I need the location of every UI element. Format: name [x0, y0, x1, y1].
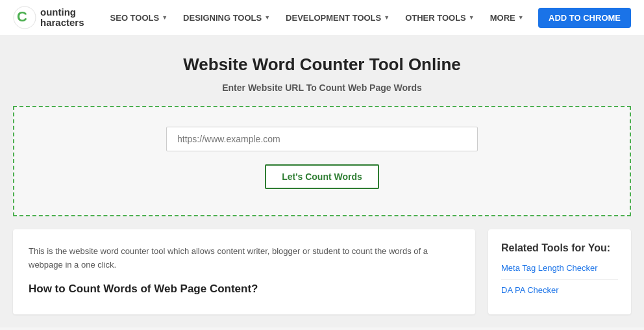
info-description: This is the website word counter tool wh…: [29, 245, 460, 272]
nav-links: SEO TOOLS ▼ DESIGNING TOOLS ▼ DEVELOPMEN…: [104, 0, 538, 35]
url-input[interactable]: [166, 127, 478, 151]
chevron-down-icon: ▼: [162, 14, 167, 21]
chevron-down-icon: ▼: [264, 14, 270, 21]
related-link-meta-tag[interactable]: Meta Tag Length Checker: [501, 263, 618, 273]
logo-line2: haracters: [40, 18, 84, 29]
nav-more[interactable]: MORE ▼: [484, 0, 530, 35]
related-divider: [501, 279, 618, 280]
chevron-down-icon: ▼: [384, 14, 390, 21]
how-to-title: How to Count Words of Web Page Content?: [29, 283, 460, 296]
url-input-wrap: [27, 127, 617, 151]
nav-designing-tools[interactable]: DESIGNING TOOLS ▼: [177, 0, 277, 35]
info-card: This is the website word counter tool wh…: [13, 229, 475, 314]
page-title: Website Word Counter Tool Online: [13, 55, 631, 75]
logo-text: ounting haracters: [40, 7, 84, 29]
logo-line1: ounting: [40, 7, 84, 18]
main-content: Website Word Counter Tool Online Enter W…: [0, 35, 644, 327]
svg-text:C: C: [17, 8, 27, 25]
chevron-down-icon: ▼: [469, 14, 475, 21]
bottom-section: This is the website word counter tool wh…: [13, 216, 631, 314]
related-card: Related Tools for You: Meta Tag Length C…: [488, 229, 631, 314]
related-link-da-pa[interactable]: DA PA Checker: [501, 285, 618, 295]
page-subtitle: Enter Website URL To Count Web Page Word…: [13, 82, 631, 93]
related-title: Related Tools for You:: [501, 242, 618, 254]
nav-seo-tools[interactable]: SEO TOOLS ▼: [104, 0, 175, 35]
nav-other-tools[interactable]: OTHER TOOLS ▼: [399, 0, 481, 35]
tool-box: Let's Count Words: [13, 106, 631, 216]
count-btn-wrap: Let's Count Words: [27, 164, 617, 189]
chevron-down-icon: ▼: [518, 14, 524, 21]
logo-icon: C: [13, 6, 36, 29]
count-words-button[interactable]: Let's Count Words: [265, 164, 379, 189]
logo[interactable]: C ounting haracters: [13, 6, 84, 29]
nav-development-tools[interactable]: DEVELOPMENT TOOLS ▼: [279, 0, 396, 35]
navbar: C ounting haracters SEO TOOLS ▼ DESIGNIN…: [0, 0, 644, 35]
add-to-chrome-button[interactable]: ADD TO CHROME: [538, 8, 631, 28]
